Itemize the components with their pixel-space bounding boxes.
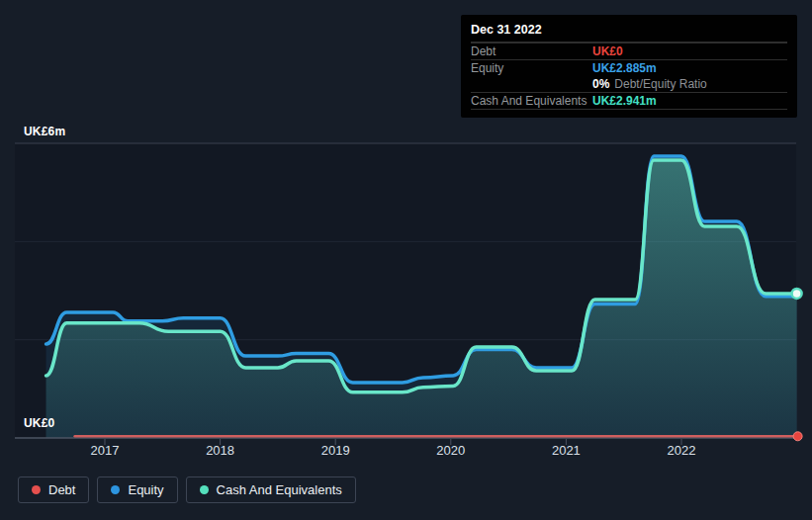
legend-item-debt[interactable]: Debt bbox=[18, 477, 89, 503]
legend-item-label: Debt bbox=[48, 482, 75, 497]
tooltip-row-debt: Debt UK£0 bbox=[471, 43, 787, 59]
tooltip-ratio-percent: 0% bbox=[592, 77, 609, 91]
debt-end-marker[interactable] bbox=[793, 432, 802, 441]
x-tick-label-2020: 2020 bbox=[436, 443, 465, 458]
legend-dot-icon bbox=[32, 485, 41, 494]
y-axis-label-max: UK£6m bbox=[24, 125, 65, 138]
legend-dot-icon bbox=[111, 485, 120, 494]
hover-tooltip: Dec 31 2022 Debt UK£0 Equity UK£2.885m 0… bbox=[461, 15, 797, 118]
cash-end-marker[interactable] bbox=[792, 289, 802, 299]
chart-legend: DebtEquityCash And Equivalents bbox=[18, 477, 356, 503]
x-tick-label-2017: 2017 bbox=[91, 443, 120, 458]
x-tick-label-2022: 2022 bbox=[668, 443, 696, 458]
tooltip-row-equity: Equity UK£2.885m bbox=[471, 59, 787, 76]
tooltip-cash-value: UK£2.941m bbox=[592, 94, 657, 108]
tooltip-row-cash: Cash And Equivalents UK£2.941m bbox=[471, 92, 787, 110]
tooltip-equity-label: Equity bbox=[471, 61, 592, 75]
legend-dot-icon bbox=[200, 485, 209, 494]
legend-item-cash-and-equivalents[interactable]: Cash And Equivalents bbox=[186, 477, 356, 503]
tooltip-date: Dec 31 2022 bbox=[471, 20, 787, 43]
tooltip-row-ratio: 0%Debt/Equity Ratio bbox=[471, 76, 787, 92]
tooltip-equity-value: UK£2.885m bbox=[592, 61, 657, 75]
legend-item-label: Equity bbox=[128, 482, 163, 497]
legend-item-label: Cash And Equivalents bbox=[217, 482, 342, 497]
tooltip-debt-value: UK£0 bbox=[592, 44, 623, 58]
y-axis-label-zero: UK£0 bbox=[24, 416, 54, 430]
x-tick-label-2021: 2021 bbox=[552, 443, 581, 458]
tooltip-ratio: 0%Debt/Equity Ratio bbox=[592, 77, 707, 91]
tooltip-ratio-text: Debt/Equity Ratio bbox=[614, 77, 706, 91]
tooltip-cash-label: Cash And Equivalents bbox=[471, 94, 592, 108]
x-tick-label-2018: 2018 bbox=[206, 443, 234, 458]
tooltip-debt-label: Debt bbox=[471, 44, 592, 58]
legend-item-equity[interactable]: Equity bbox=[97, 477, 177, 503]
debt-equity-history-chart: UK£6m UK£0 201720182019202020212022 Dec … bbox=[0, 0, 812, 520]
x-tick-label-2019: 2019 bbox=[321, 443, 350, 458]
